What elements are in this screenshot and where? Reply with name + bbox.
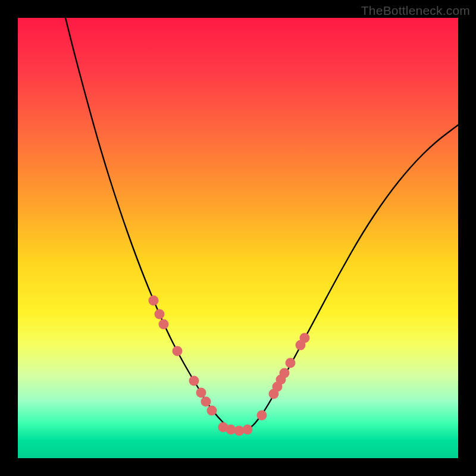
curve-svg — [18, 18, 458, 458]
curve-dot — [155, 309, 165, 320]
curve-dot — [300, 333, 310, 343]
curve-dot — [257, 411, 267, 421]
chart-frame: TheBottleneck.com — [0, 0, 476, 476]
curve-dot — [189, 376, 199, 386]
curve-dots-right — [257, 333, 310, 421]
curve-dot — [207, 406, 217, 416]
curve-dot — [149, 296, 159, 306]
watermark-text: TheBottleneck.com — [361, 4, 470, 18]
plot-area — [18, 18, 458, 458]
curve-dot — [173, 346, 183, 356]
curve-dots-bottom — [218, 422, 253, 436]
curve-dot — [196, 388, 206, 398]
curve-dot — [201, 397, 211, 407]
curve-dot — [280, 368, 290, 378]
curve-dot — [243, 425, 253, 435]
bottleneck-curve — [65, 18, 458, 431]
curve-dots-left — [149, 296, 217, 416]
curve-dot — [159, 320, 169, 330]
curve-dot — [286, 358, 296, 368]
